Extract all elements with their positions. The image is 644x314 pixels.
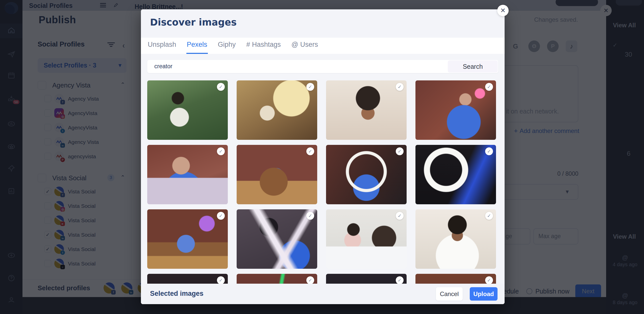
search-query-text: creator	[154, 63, 172, 70]
select-check-icon[interactable]: ✓	[396, 276, 404, 284]
image-tile[interactable]: ✓	[326, 209, 407, 269]
image-tile[interactable]: ✓	[326, 274, 407, 284]
modal-search-row: creator Search	[141, 54, 505, 78]
image-tile[interactable]: ✓	[147, 209, 228, 269]
discover-images-modal: Discover images ✕ Unsplash Pexels Giphy …	[141, 9, 505, 304]
select-check-icon[interactable]: ✓	[217, 212, 225, 220]
tab-pexels[interactable]: Pexels	[186, 38, 208, 54]
image-tile[interactable]: ✓	[237, 145, 317, 204]
image-tile[interactable]: ✓	[415, 209, 496, 269]
select-check-icon[interactable]: ✓	[485, 147, 493, 155]
search-input[interactable]: creator Search	[147, 60, 498, 73]
upload-button[interactable]: Upload	[470, 287, 498, 301]
image-tile[interactable]: ✓	[147, 274, 228, 284]
image-tile[interactable]: ✓	[415, 145, 496, 204]
select-check-icon[interactable]: ✓	[306, 83, 314, 91]
app-canvas: { "topbar": { "page_title": "Social Prof…	[0, 0, 644, 314]
image-tile[interactable]: ✓	[237, 209, 317, 269]
image-tile[interactable]: ✓	[237, 274, 317, 284]
select-check-icon[interactable]: ✓	[396, 147, 404, 155]
image-tile[interactable]: ✓	[237, 80, 317, 140]
modal-header: Discover images	[141, 9, 505, 38]
modal-tabs: Unsplash Pexels Giphy # Hashtags @ Users	[141, 38, 505, 54]
select-check-icon[interactable]: ✓	[396, 83, 404, 91]
select-check-icon[interactable]: ✓	[306, 276, 314, 284]
modal-title: Discover images	[150, 17, 237, 28]
select-check-icon[interactable]: ✓	[217, 276, 225, 284]
modal-footer: Selected images Cancel Upload	[141, 284, 505, 304]
select-check-icon[interactable]: ✓	[306, 212, 314, 220]
select-check-icon[interactable]: ✓	[485, 276, 493, 284]
modal-close-icon[interactable]: ✕	[497, 5, 509, 16]
tab-hashtags[interactable]: # Hashtags	[246, 38, 281, 54]
select-check-icon[interactable]: ✓	[396, 212, 404, 220]
select-check-icon[interactable]: ✓	[217, 83, 225, 91]
image-grid: ✓ ✓ ✓ ✓ ✓ ✓ ✓ ✓ ✓ ✓ ✓ ✓ ✓ ✓ ✓ ✓	[147, 80, 496, 284]
select-check-icon[interactable]: ✓	[485, 83, 493, 91]
select-check-icon[interactable]: ✓	[306, 147, 314, 155]
tab-unsplash[interactable]: Unsplash	[147, 38, 177, 54]
image-tile[interactable]: ✓	[326, 80, 407, 140]
cancel-button[interactable]: Cancel	[436, 287, 463, 301]
select-check-icon[interactable]: ✓	[217, 147, 225, 155]
image-tile[interactable]: ✓	[147, 145, 228, 204]
tab-giphy[interactable]: Giphy	[217, 38, 236, 54]
select-check-icon[interactable]: ✓	[485, 212, 493, 220]
image-tile[interactable]: ✓	[326, 145, 407, 204]
image-grid-scroll[interactable]: ✓ ✓ ✓ ✓ ✓ ✓ ✓ ✓ ✓ ✓ ✓ ✓ ✓ ✓ ✓ ✓	[141, 78, 505, 284]
selected-images-label: Selected images	[150, 290, 204, 298]
search-button[interactable]: Search	[448, 60, 498, 73]
image-tile[interactable]: ✓	[415, 274, 496, 284]
image-tile[interactable]: ✓	[415, 80, 496, 140]
image-tile[interactable]: ✓	[147, 80, 228, 140]
tab-users[interactable]: @ Users	[291, 38, 318, 54]
